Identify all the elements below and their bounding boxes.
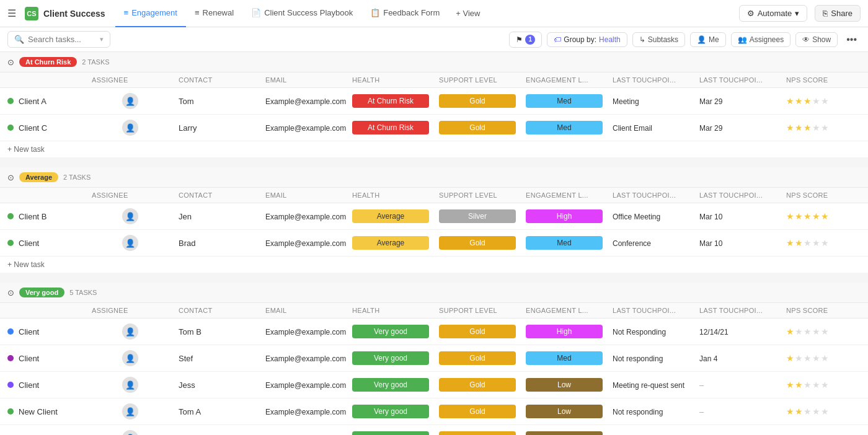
section-spacer [0,157,868,167]
contact-cell: Larry [174,115,260,141]
tab-renewal[interactable]: ≡ Renewal [186,0,242,27]
email-value: Example@example.com [265,354,346,363]
star-4: ★ [812,123,820,133]
col-header-health: HEALTH [347,188,434,203]
email-value: Example@example.com [265,239,346,248]
add-view-button[interactable]: + View [448,0,487,27]
contact-cell: Jessica B [174,425,260,436]
engagement-cell: Med [521,115,608,141]
task-dot [7,408,14,415]
star-2: ★ [795,406,803,416]
tab-playbook[interactable]: 📄 Client Success Playbook [242,0,361,27]
hamburger-icon[interactable]: ☰ [7,7,16,19]
new-task-label[interactable]: + New task [7,145,45,154]
more-options-button[interactable]: ••• [843,32,861,48]
table-row[interactable]: Client 👤 Jess Example@example.com Very g… [0,372,868,398]
health-badge: Average [352,209,429,223]
health-badge: Very good [352,351,429,365]
new-task-row-churn[interactable]: + New task [0,141,868,158]
contact-name: Jess [179,380,195,390]
task-name-label: New Client [19,407,58,416]
automate-button[interactable]: ⚙ Automate ▾ [739,5,808,22]
col-header-name [0,72,87,88]
col-header-touchpoint1: LAST TOUCHPOI... [608,303,694,319]
table-row[interactable]: Client B 👤 Jen Example@example.com Avera… [0,203,868,230]
table-row[interactable]: Client A 👤 Tom Example@example.com At Ch… [0,88,868,115]
app-title: Client Success [43,9,105,19]
col-header-engagement: ENGAGEMENT L... [521,188,608,203]
verygood-badge: Very good [19,288,64,297]
star-2: ★ [795,327,803,336]
task-name-label: Client [19,380,39,390]
avatar: 👤 [122,350,138,366]
engagement-cell: Med [521,88,608,115]
email-value: Example@example.com [265,124,346,133]
group-churn: ⊙ At Churn Risk 2 TASKS ASSIGNEE CONTACT… [0,52,868,167]
tab-feedback[interactable]: 📋 Feedback Form [361,0,448,27]
search-input[interactable] [28,35,96,44]
engagement-badge: High [526,325,603,338]
nav-right: ⚙ Automate ▾ ⎘ Share [739,5,861,22]
star-4: ★ [812,327,820,336]
col-header-name [0,188,87,203]
star-2: ★ [795,353,803,363]
contact-cell: Tom B [174,319,260,345]
table-row[interactable]: Client C 👤 Larry Example@example.com At … [0,115,868,141]
section-spacer [0,273,868,283]
assignees-button[interactable]: 👥 Assignees [731,32,790,47]
show-icon: 👁 [802,35,810,44]
share-button[interactable]: ⎘ Share [815,5,861,22]
subtasks-label: Subtasks [648,35,678,44]
table-row[interactable]: Client 👤 Stef Example@example.com Very g… [0,345,868,372]
table-row[interactable]: Test 👤 Jessica B Example@example.com Ver… [0,425,868,436]
email-cell: Example@example.com [260,398,347,425]
me-button[interactable]: 👤 Me [690,32,726,47]
star-5: ★ [821,353,829,363]
nav-tabs: ≡ Engagement ≡ Renewal 📄 Client Success … [115,0,488,27]
star-5: ★ [821,327,829,336]
nps-cell: ★ ★ ★ ★ ★ [781,230,868,257]
verygood-collapse-icon[interactable]: ⊙ [7,288,14,297]
new-task-label[interactable]: + New task [7,260,45,269]
search-box[interactable]: 🔍 ▾ [7,31,110,48]
col-header-touchpoint2: LAST TOUCHPOI... [694,72,781,88]
show-button[interactable]: 👁 Show [795,32,838,47]
email-cell: Example@example.com [260,88,347,115]
col-header-name [0,303,87,319]
health-badge: At Churn Risk [352,121,429,134]
col-header-assignee: ASSIGNEE [87,188,174,203]
touchpoint-date: 12/14/21 [699,328,728,336]
engagement-cell: High [521,319,608,345]
new-task-row-average[interactable]: + New task [0,257,868,273]
star-2: ★ [795,123,803,133]
me-label: Me [709,35,719,44]
task-name-label: Client C [19,123,47,133]
assignee-cell: 👤 [87,115,174,141]
table-row[interactable]: Client 👤 Brad Example@example.com Averag… [0,230,868,257]
group-by-icon: 🏷 [554,35,561,44]
tab-feedback-label: Feedback Form [383,8,440,17]
engagement-cell: High [521,203,608,230]
col-header-nps: NPS SCORE [781,188,868,203]
table-row[interactable]: Client 👤 Tom B Example@example.com Very … [0,319,868,345]
contact-name: Tom B [179,327,202,336]
nps-cell: ★ ★ ★ ★ ★ [781,88,868,115]
support-cell: Gold [434,230,521,257]
contact-cell: Jess [174,372,260,398]
assignee-cell: 👤 [87,319,174,345]
average-collapse-icon[interactable]: ⊙ [7,173,14,182]
touchpoint-text: Conference [613,239,651,248]
table-row[interactable]: New Client 👤 Tom A Example@example.com V… [0,398,868,425]
nps-stars: ★ ★ ★ ★ ★ [786,96,863,106]
group-by-button[interactable]: 🏷 Group by: Health [547,32,627,47]
engagement-badge: High [526,209,603,223]
star-4: ★ [812,96,820,106]
email-cell: Example@example.com [260,372,347,398]
engagement-badge: Low [526,405,603,418]
health-cell: Very good [347,345,434,372]
filter-button[interactable]: ⚑ 1 [509,32,542,48]
subtasks-button[interactable]: ↳ Subtasks [632,32,685,47]
churn-collapse-icon[interactable]: ⊙ [7,58,14,67]
star-2: ★ [795,380,803,390]
tab-engagement[interactable]: ≡ Engagement [115,0,186,27]
